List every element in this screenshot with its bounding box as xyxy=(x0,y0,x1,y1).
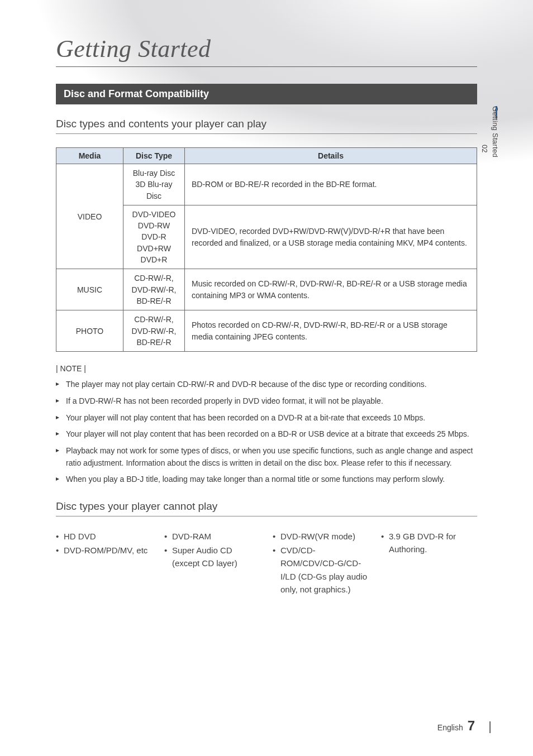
notes-list: The player may not play certain CD-RW/-R… xyxy=(56,379,477,486)
cannot-item: DVD-RAM xyxy=(164,530,260,543)
table-header-row: Media Disc Type Details xyxy=(56,148,477,164)
page-content: Getting Started Disc and Format Compatib… xyxy=(0,0,533,619)
section-heading-bar: Disc and Format Compatibility xyxy=(56,84,477,104)
note-item: The player may not play certain CD-RW/-R… xyxy=(56,379,477,391)
cannot-play-columns: HD DVD DVD-ROM/PD/MV, etc DVD-RAM Super … xyxy=(56,530,477,597)
cannot-item: DVD-RW(VR mode) xyxy=(273,530,369,543)
th-details: Details xyxy=(185,148,477,164)
subsection-cannot-play: Disc types your player cannot play xyxy=(56,500,477,516)
cannot-item: CVD/CD-ROM/CDV/CD-G/CD-I/LD (CD-Gs play … xyxy=(273,544,369,596)
footer-pipe: | xyxy=(488,719,492,734)
cell-video2-disctype: DVD-VIDEO DVD-RW DVD-R DVD+RW DVD+R xyxy=(123,205,185,269)
cannot-item: Super Audio CD (except CD layer) xyxy=(164,544,260,570)
cannot-col-2: DVD-RAM Super Audio CD (except CD layer) xyxy=(164,530,260,597)
table-row: VIDEO Blu-ray Disc 3D Blu-ray Disc BD-RO… xyxy=(56,164,477,205)
page-footer: English 7 xyxy=(437,718,477,734)
cell-video1-details: BD-ROM or BD-RE/-R recorded in the BD-RE… xyxy=(185,164,477,205)
cell-photo-details: Photos recorded on CD-RW/-R, DVD-RW/-R, … xyxy=(185,310,477,352)
chapter-title: Getting Started xyxy=(56,35,477,67)
th-media: Media xyxy=(56,148,123,164)
cannot-item: HD DVD xyxy=(56,530,152,543)
cell-photo-disctype: CD-RW/-R, DVD-RW/-R, BD-RE/-R xyxy=(123,310,185,352)
th-disc-type: Disc Type xyxy=(123,148,185,164)
footer-language: English xyxy=(437,723,463,732)
note-item: Playback may not work for some types of … xyxy=(56,445,477,469)
table-row: PHOTO CD-RW/-R, DVD-RW/-R, BD-RE/-R Phot… xyxy=(56,310,477,352)
cell-video1-disctype: Blu-ray Disc 3D Blu-ray Disc xyxy=(123,164,185,205)
cannot-col-3: DVD-RW(VR mode) CVD/CD-ROM/CDV/CD-G/CD-I… xyxy=(273,530,369,597)
cell-music-disctype: CD-RW/-R, DVD-RW/-R, BD-RE/-R xyxy=(123,269,185,310)
note-item: Your player will not play content that h… xyxy=(56,428,477,441)
subsection-can-play: Disc types and contents your player can … xyxy=(56,118,477,134)
footer-page-number: 7 xyxy=(468,718,475,733)
table-row: MUSIC CD-RW/-R, DVD-RW/-R, BD-RE/-R Musi… xyxy=(56,269,477,310)
cell-music-media: MUSIC xyxy=(56,269,123,310)
cell-music-details: Music recorded on CD-RW/-R, DVD-RW/-R, B… xyxy=(185,269,477,310)
cannot-col-4: 3.9 GB DVD-R for Authoring. xyxy=(381,530,477,597)
note-item: When you play a BD-J title, loading may … xyxy=(56,473,477,486)
cell-video-media: VIDEO xyxy=(56,164,123,269)
cannot-item: 3.9 GB DVD-R for Authoring. xyxy=(381,530,477,556)
cell-photo-media: PHOTO xyxy=(56,310,123,352)
note-item: If a DVD-RW/-R has not been recorded pro… xyxy=(56,395,477,408)
note-heading: | NOTE | xyxy=(56,364,477,373)
cannot-col-1: HD DVD DVD-ROM/PD/MV, etc xyxy=(56,530,152,597)
cannot-item: DVD-ROM/PD/MV, etc xyxy=(56,544,152,557)
compatibility-table: Media Disc Type Details VIDEO Blu-ray Di… xyxy=(56,147,477,352)
cell-video2-details: DVD-VIDEO, recorded DVD+RW/DVD-RW(V)/DVD… xyxy=(185,205,477,269)
note-item: Your player will not play content that h… xyxy=(56,412,477,424)
